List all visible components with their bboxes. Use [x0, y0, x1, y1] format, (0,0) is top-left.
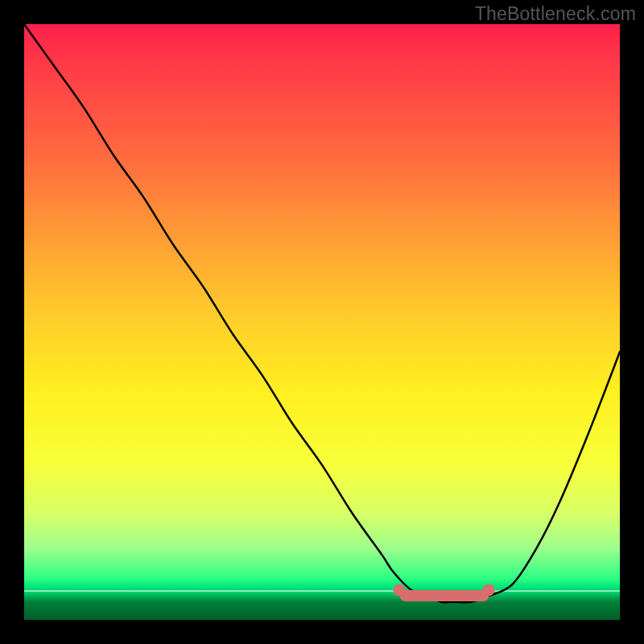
plot-area — [24, 24, 620, 620]
bottleneck-curve — [24, 24, 620, 620]
optimal-range-left-dot — [394, 584, 406, 597]
optimal-range-right-dot — [483, 584, 495, 597]
optimal-range-marker — [399, 590, 489, 601]
attribution-watermark: TheBottleneck.com — [475, 3, 636, 25]
